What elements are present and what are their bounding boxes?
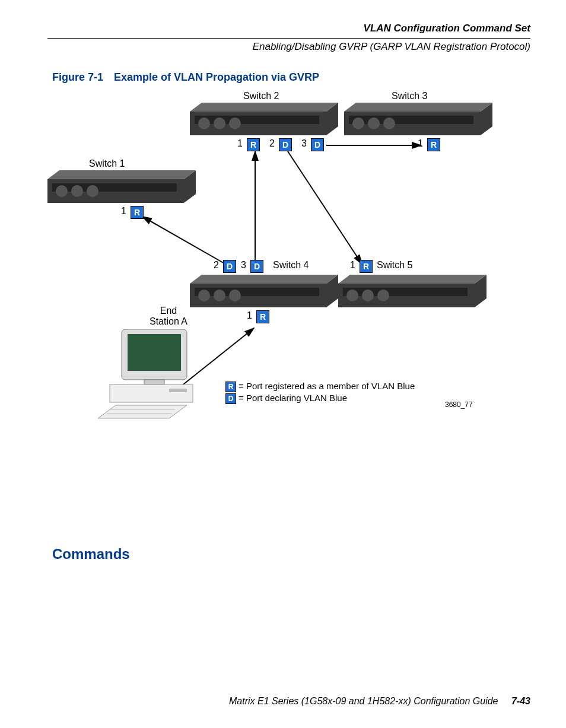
label-endstation-l2: Station A	[150, 316, 187, 326]
label-switch5: Switch 5	[377, 260, 412, 271]
sw4-port1-num: 1	[247, 310, 252, 321]
sw5-port1-type: R	[360, 260, 373, 273]
switch2-icon	[190, 103, 338, 135]
svg-point-10	[229, 117, 241, 129]
svg-rect-13	[349, 116, 473, 124]
page-header: VLAN Configuration Command Set Enabling/…	[47, 23, 530, 53]
svg-point-33	[362, 290, 374, 301]
sw3-port1-num: 1	[418, 138, 423, 149]
svg-point-16	[383, 117, 395, 129]
svg-rect-36	[128, 334, 181, 371]
svg-marker-24	[190, 275, 338, 284]
switch3-icon	[344, 103, 492, 135]
label-switch3: Switch 3	[392, 91, 427, 101]
legend-r-key: R	[225, 382, 236, 392]
svg-marker-12	[344, 103, 492, 112]
figure-id: 3680_77	[445, 400, 473, 409]
svg-point-15	[368, 117, 380, 129]
svg-point-32	[346, 290, 358, 301]
svg-point-14	[352, 117, 364, 129]
svg-point-26	[198, 290, 210, 301]
svg-marker-40	[98, 405, 187, 418]
header-rule	[47, 38, 530, 39]
sw4-port2-num: 2	[214, 260, 219, 271]
svg-point-8	[198, 117, 210, 129]
svg-rect-37	[144, 380, 164, 384]
label-switch4: Switch 4	[273, 260, 309, 271]
header-title: VLAN Configuration Command Set	[47, 23, 530, 34]
sw4-port3-type: D	[250, 260, 263, 273]
switch4-icon	[190, 275, 338, 307]
svg-line-3	[288, 151, 362, 264]
switch1-icon	[47, 170, 196, 203]
label-switch2: Switch 2	[243, 91, 279, 101]
figure-caption: Figure 7-1Example of VLAN Propagation vi…	[52, 71, 319, 84]
svg-marker-30	[338, 275, 486, 284]
sw4-port1-type: R	[256, 310, 269, 323]
svg-point-9	[214, 117, 225, 129]
svg-marker-6	[190, 103, 338, 112]
sw2-port3-type: D	[311, 138, 324, 151]
sw2-port2-type: D	[279, 138, 292, 151]
sw3-port1-type: R	[427, 138, 440, 151]
header-subtitle: Enabling/Disabling GVRP (GARP VLAN Regis…	[47, 41, 530, 53]
svg-rect-39	[169, 389, 187, 392]
svg-line-1	[142, 217, 225, 264]
legend-d-text: = Port declaring VLAN Blue	[239, 393, 347, 403]
sw2-port2-num: 2	[269, 138, 275, 149]
sw1-port1-type: R	[131, 206, 144, 219]
svg-point-22	[87, 185, 98, 197]
svg-point-21	[71, 185, 83, 197]
legend-r-text: = Port registered as a member of VLAN Bl…	[239, 381, 415, 391]
section-heading-commands: Commands	[52, 546, 130, 562]
svg-marker-18	[47, 170, 196, 179]
svg-point-28	[229, 290, 241, 301]
svg-rect-25	[195, 288, 319, 296]
figure-number: Figure 7-1	[52, 71, 103, 83]
legend-d-key: D	[225, 393, 236, 404]
svg-point-20	[56, 185, 68, 197]
sw1-port1-num: 1	[121, 206, 126, 217]
label-endstation-l1: End	[160, 306, 177, 316]
svg-point-34	[377, 290, 389, 301]
sw2-port1-type: R	[247, 138, 260, 151]
sw2-port1-num: 1	[237, 138, 243, 149]
footer-text: Matrix E1 Series (1G58x-09 and 1H582-xx)…	[229, 696, 498, 706]
sw2-port3-num: 3	[301, 138, 307, 149]
label-endstation: End Station A	[145, 306, 192, 327]
footer-page-number: 7-43	[511, 696, 530, 706]
diagram: Switch 2 1 R 2 D 3 D Switch 3 1 R Switch…	[47, 86, 534, 424]
sw4-port2-type: D	[223, 260, 236, 273]
svg-rect-19	[52, 183, 177, 192]
svg-point-27	[214, 290, 225, 301]
label-switch1: Switch 1	[89, 158, 125, 169]
sw4-port3-num: 3	[241, 260, 246, 271]
svg-rect-31	[343, 288, 468, 296]
svg-rect-38	[110, 384, 193, 402]
endstation-icon	[98, 329, 199, 424]
sw5-port1-num: 1	[350, 260, 355, 271]
switch5-icon	[338, 275, 486, 307]
figure-title-text: Example of VLAN Propagation via GVRP	[114, 71, 319, 83]
page-footer: Matrix E1 Series (1G58x-09 and 1H582-xx)…	[47, 696, 530, 707]
svg-rect-7	[195, 116, 319, 124]
